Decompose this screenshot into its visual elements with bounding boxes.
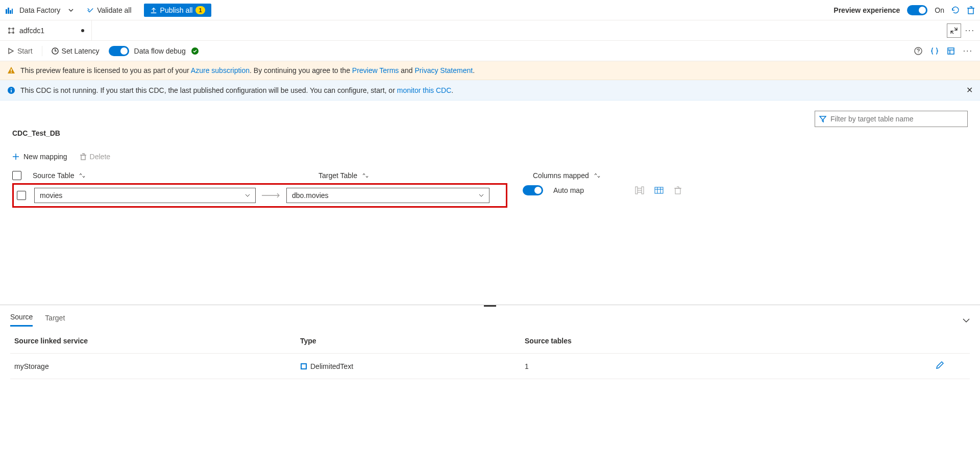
col-target-table[interactable]: Target Table — [318, 171, 523, 180]
pencil-icon — [935, 361, 944, 370]
refresh-icon[interactable] — [951, 6, 960, 14]
check-icon — [87, 7, 94, 14]
publish-all-button[interactable]: Publish all 1 — [144, 4, 211, 17]
filter-icon — [819, 115, 826, 122]
pane-splitter[interactable] — [0, 305, 980, 308]
cdc-resource-icon — [7, 27, 15, 35]
unsaved-indicator-icon — [81, 29, 84, 32]
mapping-toolbar: New mapping Delete — [12, 153, 968, 161]
monitor-cdc-link[interactable]: monitor this CDC — [397, 86, 452, 94]
help-icon[interactable] — [914, 47, 922, 55]
row-checkbox[interactable] — [17, 191, 26, 200]
code-braces-icon[interactable] — [930, 47, 939, 55]
source-table-row: myStorage DelimitedText 1 — [10, 354, 970, 379]
svg-rect-21 — [655, 187, 663, 193]
svg-rect-1 — [8, 8, 9, 14]
privacy-statement-link[interactable]: Privacy Statement — [415, 66, 473, 74]
svg-rect-16 — [11, 90, 12, 92]
chevron-down-icon — [479, 194, 484, 197]
filter-input[interactable] — [830, 115, 963, 123]
more-menu-button[interactable]: ··· — [965, 26, 975, 35]
resource-tab-adfcdc1[interactable]: adfcdc1 — [0, 20, 92, 40]
app-title[interactable]: Data Factory — [19, 6, 60, 14]
delete-mapping-label: Delete — [90, 153, 110, 161]
debug-toggle[interactable] — [109, 46, 129, 56]
svg-rect-18 — [81, 155, 85, 160]
svg-point-8 — [12, 32, 14, 34]
source-table-header: Source linked service Type Source tables — [10, 329, 970, 354]
toolbar-divider — [42, 46, 42, 56]
tab-target[interactable]: Target — [45, 314, 65, 326]
target-table-dropdown[interactable]: dbo.movies — [286, 188, 489, 203]
delimited-text-icon — [300, 363, 307, 370]
set-latency-button[interactable]: Set Latency — [52, 47, 100, 55]
discard-icon[interactable] — [967, 6, 975, 14]
source-tables-count: 1 — [525, 362, 708, 370]
azure-subscription-link[interactable]: Azure subscription — [191, 66, 250, 74]
svg-point-7 — [8, 32, 10, 34]
top-bar-left: Data Factory Validate all Publish all 1 — [5, 4, 834, 17]
chevron-down-icon[interactable] — [68, 8, 74, 13]
mapping-row-highlighted: movies dbo.movies — [12, 183, 507, 208]
mapping-arrow — [256, 193, 286, 198]
edit-source-button[interactable] — [935, 361, 966, 371]
mapping-grid-header: Source Table Target Table Columns mapped — [12, 171, 968, 180]
column-mapping-icon[interactable] — [635, 186, 644, 195]
data-preview-icon[interactable] — [654, 186, 664, 195]
svg-rect-20 — [642, 187, 644, 194]
toolbar-more-button[interactable]: ··· — [963, 46, 973, 56]
chevron-down-icon — [963, 318, 970, 322]
warning-icon — [7, 66, 15, 74]
svg-rect-19 — [635, 187, 638, 194]
source-table-dropdown[interactable]: movies — [34, 188, 256, 203]
start-button[interactable]: Start — [7, 47, 33, 55]
svg-rect-22 — [675, 188, 680, 194]
preview-toggle[interactable] — [907, 5, 927, 15]
debug-label: Data flow debug — [134, 47, 186, 55]
filter-box[interactable] — [815, 111, 968, 127]
delete-mapping-button: Delete — [80, 153, 110, 161]
col-type: Type — [300, 337, 525, 345]
data-factory-icon — [5, 6, 13, 14]
new-mapping-button[interactable]: New mapping — [12, 153, 67, 161]
collapse-panel-button[interactable] — [947, 23, 961, 38]
arrow-right-icon — [261, 193, 281, 198]
top-bar: Data Factory Validate all Publish all 1 … — [0, 0, 980, 20]
select-all-checkbox[interactable] — [12, 171, 21, 180]
col-source-tables: Source tables — [525, 337, 708, 345]
info-text: This CDC is not running. If you start th… — [20, 86, 453, 94]
col-columns-mapped[interactable]: Columns mapped — [533, 171, 666, 180]
preview-warning-banner: This preview feature is licensed to you … — [0, 61, 980, 80]
svg-rect-14 — [11, 72, 12, 73]
sort-icon — [78, 173, 85, 178]
automap-toggle[interactable] — [523, 185, 543, 195]
debug-status-ok-icon — [191, 47, 199, 55]
validate-all-button[interactable]: Validate all — [83, 4, 135, 16]
top-bar-right: Preview experience On — [834, 5, 975, 15]
svg-rect-0 — [6, 9, 7, 14]
plus-icon — [12, 153, 19, 160]
linked-service-name: myStorage — [14, 362, 300, 370]
automap-label: Auto map — [553, 186, 584, 194]
resource-tabs-right: ··· — [92, 20, 980, 40]
col-source-table[interactable]: Source Table — [33, 171, 288, 180]
cdc-toolbar-right: ··· — [914, 46, 973, 56]
svg-rect-17 — [11, 88, 12, 89]
start-label: Start — [17, 47, 33, 55]
resource-tabs-row: adfcdc1 ··· — [0, 20, 980, 41]
cdc-toolbar: Start Set Latency Data flow debug ··· — [0, 41, 980, 61]
preview-terms-link[interactable]: Preview Terms — [352, 66, 399, 74]
close-info-banner-button[interactable]: ✕ — [966, 85, 973, 95]
template-icon[interactable] — [947, 47, 955, 55]
database-title: CDC_Test_DB — [12, 129, 968, 137]
delete-row-icon[interactable] — [674, 186, 682, 194]
info-icon — [7, 86, 15, 94]
new-mapping-label: New mapping — [23, 153, 67, 161]
main-content: CDC_Test_DB New mapping Delete Source Ta… — [0, 101, 980, 213]
upload-icon — [150, 7, 157, 14]
collapse-bottom-panel-button[interactable] — [963, 316, 970, 324]
tab-source[interactable]: Source — [10, 313, 33, 327]
svg-point-5 — [8, 28, 10, 30]
svg-rect-4 — [968, 8, 973, 14]
target-table-value: dbo.movies — [292, 191, 329, 200]
